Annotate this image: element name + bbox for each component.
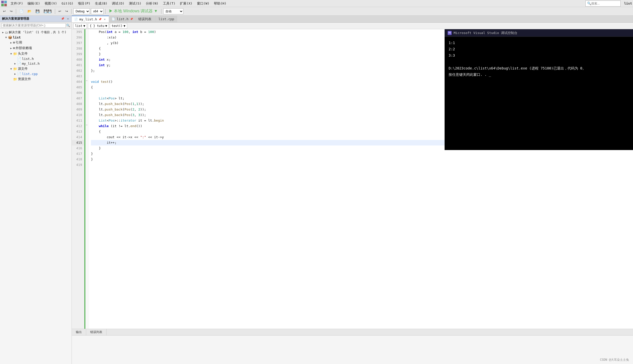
save-all-btn[interactable]: 💾💾 xyxy=(42,9,53,14)
menu-view[interactable]: 视图(V) xyxy=(43,1,59,6)
sidebar-item-headers[interactable]: ▼ 📁 头文件 xyxy=(0,51,72,56)
menu-bar: 文件(F) 编辑(E) 视图(V) Git(G) 项目(P) 生成(B) 调试(… xyxy=(0,0,633,7)
ln-395: 395 xyxy=(72,29,84,35)
solution-item[interactable]: ▶ 🗂 解决方案 'list' (1 个项目，共 1 个) xyxy=(0,30,72,35)
search-icon: 🔍 xyxy=(587,2,591,5)
member-dropdown[interactable]: test() ▼ xyxy=(110,23,127,29)
list-cpp-label: list.cpp xyxy=(22,72,38,76)
tab-my-list-h[interactable]: 📄 my_list.h 📌 ✕ xyxy=(72,16,109,22)
menu-build[interactable]: 生成(B) xyxy=(93,1,109,6)
new-file-btn[interactable]: 📄 xyxy=(18,9,25,14)
tab-file-icon-2: 📄 xyxy=(112,17,115,21)
fold-404[interactable]: − xyxy=(86,79,88,82)
code-line-419 xyxy=(91,162,633,168)
console-body: 1:1 2:2 3:3 D:\2023code.c\list\x64\Debug… xyxy=(445,37,633,150)
my-list-h-arrow: ▶ xyxy=(13,62,17,65)
ln-417: 417 xyxy=(72,151,84,157)
menu-tools[interactable]: 工具(T) xyxy=(161,1,177,6)
pin-icon[interactable]: 📌 xyxy=(60,17,65,21)
ln-413: 413 xyxy=(72,129,84,134)
sep4 xyxy=(105,9,106,14)
back-nav-btn[interactable]: ↩ xyxy=(2,9,7,14)
save-btn[interactable]: 💾 xyxy=(34,9,41,14)
sidebar-item-sources[interactable]: ▼ 📁 源文件 xyxy=(0,66,72,71)
tab-close-my-list-h[interactable]: ✕ xyxy=(103,17,106,21)
ln-407: 407 xyxy=(72,96,84,101)
menu-project[interactable]: 项目(P) xyxy=(76,1,92,6)
ln-412: 412 xyxy=(72,123,84,129)
code-editor[interactable]: 395 396 397 398 399 400 401 402 403 404 … xyxy=(72,29,633,329)
menu-git[interactable]: Git(G) xyxy=(59,1,75,6)
global-search-box[interactable]: 🔍 xyxy=(585,1,621,7)
close-sidebar-icon[interactable]: ✕ xyxy=(66,17,70,21)
menu-edit[interactable]: 编辑(E) xyxy=(25,1,42,6)
member-dropdown-label: test() xyxy=(112,24,122,28)
global-search-input[interactable] xyxy=(591,2,619,5)
ln-402: 402 xyxy=(72,68,84,74)
redo-btn[interactable]: ↪ xyxy=(64,9,70,14)
member-dropdown-arrow: ▼ xyxy=(124,24,125,28)
editor-nav: list ▼ { } tutu ▼ test() ▼ xyxy=(72,23,633,29)
resources-icon: 📁 xyxy=(13,77,17,81)
ext-deps-label: 外部依赖项 xyxy=(16,46,32,50)
file-dropdown-label: list xyxy=(75,24,82,28)
bottom-tab-errors[interactable]: 错误列表 xyxy=(86,329,107,335)
project-list-item[interactable]: ▼ 📦 list xyxy=(0,35,72,40)
list-h-icon: 📄 xyxy=(17,57,21,61)
sidebar-header-icons: 📌 ✕ xyxy=(60,17,70,21)
menu-help[interactable]: 帮助(H) xyxy=(212,1,228,6)
menu-analyze[interactable]: 分析(N) xyxy=(144,1,160,6)
sidebar-search-icon[interactable]: 🔍 xyxy=(66,24,70,27)
toolbar: ↩ ↪ 📄 📂 💾 💾💾 ↩ ↪ Debug x64 ▶ 本地 Windows … xyxy=(0,7,633,16)
sources-label: 源文件 xyxy=(18,66,28,71)
run-button[interactable]: ▶ 本地 Windows 调试器 ▼ xyxy=(107,8,159,14)
file-dropdown[interactable]: list ▼ xyxy=(73,23,87,29)
project-label: list xyxy=(13,35,21,39)
svg-rect-2 xyxy=(1,4,4,6)
menu-extensions[interactable]: 扩展(X) xyxy=(178,1,194,6)
menu-test[interactable]: 测试(S) xyxy=(127,1,143,6)
headers-icon: 📁 xyxy=(13,52,17,56)
fwd-nav-btn[interactable]: ↪ xyxy=(8,9,14,14)
ln-415: 415 xyxy=(72,140,84,145)
refs-icon: ⊞ xyxy=(13,41,15,44)
ln-411: 411 xyxy=(72,118,84,123)
sidebar-item-list-cpp[interactable]: ▶ 📄 list.cpp xyxy=(0,71,72,76)
ln-396: 396 xyxy=(72,35,84,40)
project-icon: 📦 xyxy=(8,35,12,39)
sidebar-item-ext-deps[interactable]: ▶ ⊞ 外部依赖项 xyxy=(0,45,72,51)
menu-file[interactable]: 文件(F) xyxy=(9,1,25,6)
namespace-dropdown[interactable]: { } tutu ▼ xyxy=(88,23,109,29)
tab-list-h[interactable]: 📄 list.h 📌 xyxy=(109,16,136,22)
resources-label: 资源文件 xyxy=(18,77,31,81)
console-title: Microsoft Visual Studio 调试控制台 xyxy=(454,31,517,35)
ln-399: 399 xyxy=(72,51,84,57)
sidebar-item-list-h[interactable]: 📄 list.h xyxy=(0,56,72,61)
list-cpp-icon: 📄 xyxy=(17,72,21,76)
tab-list-cpp[interactable]: list.cpp xyxy=(156,16,177,22)
ln-404: 404 xyxy=(72,79,84,85)
ext-deps-arrow: ▶ xyxy=(9,47,13,50)
sources-arrow: ▼ xyxy=(9,67,13,70)
sidebar-item-resources[interactable]: 📁 资源文件 xyxy=(0,76,72,82)
tab-error-list[interactable]: 错误列表 xyxy=(136,16,156,22)
tab-file-icon-1: 📄 xyxy=(74,18,78,21)
line-numbers: 395 396 397 398 399 400 401 402 403 404 … xyxy=(72,29,84,329)
platform-select[interactable]: x64 xyxy=(91,8,104,14)
debug-config-select[interactable]: Debug xyxy=(73,8,90,14)
sidebar-item-refs[interactable]: ▶ ⊞ 引用 xyxy=(0,40,72,45)
bottom-content xyxy=(72,336,633,364)
ln-398: 398 xyxy=(72,46,84,51)
sidebar-search-input[interactable] xyxy=(2,23,66,28)
open-btn[interactable]: 📂 xyxy=(26,9,33,14)
undo-btn[interactable]: ↩ xyxy=(57,9,63,14)
sources-icon: 📁 xyxy=(13,67,17,71)
ln-418: 418 xyxy=(72,157,84,162)
menu-window[interactable]: 窗口(W) xyxy=(195,1,211,6)
auto-select[interactable]: 自动 xyxy=(163,8,183,14)
sep5 xyxy=(161,9,161,14)
sidebar-item-my-list-h[interactable]: ▶ 📄 my_list.h xyxy=(0,61,72,66)
bottom-tab-output[interactable]: 输出 xyxy=(72,329,86,335)
menu-debug[interactable]: 调试(D) xyxy=(110,1,126,6)
fold-412[interactable]: − xyxy=(86,123,88,127)
